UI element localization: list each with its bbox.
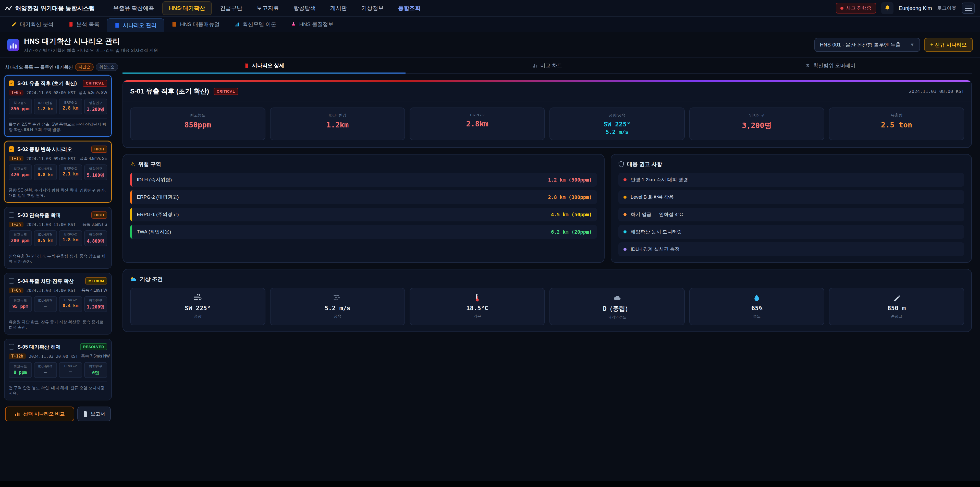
- app-logo[interactable]: 해양환경 위기대응 통합시스템: [5, 4, 95, 12]
- hamburger-icon: [965, 6, 972, 6]
- tab-hns-substance-info[interactable]: HNS 물질정보: [283, 17, 341, 32]
- detail-two-column-row: ⚠ 위험 구역 IDLH (즉시위험) 1.2 km (500ppm) ERPG…: [123, 154, 972, 263]
- nav-item-aerial-search[interactable]: 항공탐색: [287, 2, 322, 14]
- recommendations-title: 대응 권고 사항: [627, 161, 662, 168]
- notification-button[interactable]: [881, 2, 894, 14]
- red-book-icon: [68, 21, 73, 27]
- sort-by-risk-pill[interactable]: 위험도순: [96, 63, 118, 71]
- severity-badge: MEDIUM: [85, 277, 107, 284]
- sort-by-time-pill[interactable]: 시간순: [75, 63, 94, 71]
- page-chart-icon: [7, 39, 19, 51]
- nav-item-oil-spill[interactable]: 유출유 확산예측: [107, 2, 160, 14]
- new-scenario-button[interactable]: + 신규 시나리오: [924, 38, 973, 52]
- scenario-title: S-05 대기확산 해제: [18, 343, 77, 350]
- nav-item-weather[interactable]: 기상정보: [355, 2, 390, 14]
- triangle-ruler-icon: [234, 21, 240, 27]
- risk-zone-row-erpg2: ERPG-2 (대피권고) 2.8 km (300ppm): [130, 190, 597, 204]
- scenario-title: S-01 유출 직후 (초기 확산): [18, 80, 80, 87]
- detail-stats-grid: 최고농도 850ppm IDLH 반경 1.2km ERPG-2 2.8km 풍…: [123, 101, 971, 147]
- tab-scenario-management[interactable]: 시나리오 관리: [107, 18, 164, 32]
- bullet-dot: [624, 178, 627, 181]
- bullet-dot: [624, 196, 627, 199]
- scenario-card-s04[interactable]: S-04 유출 차단·잔류 확산 MEDIUM T+6h 2024.11.03 …: [4, 273, 112, 335]
- tab-analysis-list[interactable]: 분석 목록: [61, 17, 107, 32]
- incident-select-dropdown[interactable]: HNS-001 · 울산 온산항 톨루엔 누출 ▼: [815, 38, 920, 52]
- pencil-icon: [11, 21, 17, 27]
- stat-max-concentration: 최고농도8 ppm: [9, 362, 32, 378]
- incident-in-progress-badge: 사고 진행중: [836, 3, 876, 14]
- scenario-checkbox[interactable]: ✓: [9, 146, 14, 152]
- risk-zone-row-erpg1: ERPG-1 (주의경고) 4.5 km (50ppm): [130, 208, 597, 221]
- stat-max-concentration: 최고농도95 ppm: [9, 296, 32, 312]
- weather-mixing-height: 850 m 혼합고: [829, 288, 964, 325]
- weather-stability: D（중립） 대기안정도: [549, 288, 685, 325]
- scenario-checkbox[interactable]: [9, 212, 14, 218]
- tab-diffusion-model-theory[interactable]: 확산모델 이론: [227, 17, 283, 32]
- scenario-description: 풍향 SE 전환. 주거지역 방향 확산 확대. 영향인구 증가. 대피 범위 …: [9, 184, 107, 198]
- report-button[interactable]: 보고서: [77, 407, 111, 422]
- scenario-sidebar: 시나리오 목록 — 톨루엔 대기확산 시간순 위험도순 ✓ S-01 유출 직후…: [0, 58, 116, 398]
- time-offset-chip: T+0h: [9, 90, 24, 96]
- tab-hns-response-manual[interactable]: HNS 대응매뉴얼: [164, 17, 227, 32]
- recommendation-item: IDLH 경계 실시간 측정: [618, 242, 964, 256]
- sidebar-header: 시나리오 목록 — 톨루엔 대기확산 시간순 위험도순: [5, 63, 111, 71]
- nav-item-rescue[interactable]: 긴급구난: [214, 2, 248, 14]
- nav-item-hns-diffusion[interactable]: HNS·대기확산: [162, 1, 212, 15]
- detail-title: S-01 유출 직후 (초기 확산): [130, 87, 209, 96]
- nav-item-integrated-search[interactable]: 통합조회: [392, 2, 427, 14]
- stat-erpg2: ERPG-22.1 km: [59, 164, 82, 180]
- weather-temperature: 18.5°C 기온: [410, 288, 545, 325]
- scenario-card-s01[interactable]: ✓ S-01 유출 직후 (초기 확산) CRITICAL T+0h 2024.…: [4, 75, 112, 137]
- content-tab-scenario-detail[interactable]: 시나리오 상세: [123, 58, 406, 73]
- humidity-droplet-icon: [693, 294, 821, 302]
- stat-idlh-radius: IDLH반경0.5 km: [34, 230, 57, 246]
- wave-logo-icon: [5, 5, 12, 12]
- tab-label: 시나리오 관리: [123, 22, 157, 29]
- thermometer-icon: [413, 294, 541, 302]
- bullet-dot: [624, 248, 627, 251]
- detail-stat-affected-population: 영향인구 3,200명: [689, 107, 824, 140]
- content-tab-compare-chart[interactable]: 비교 차트: [406, 58, 689, 73]
- stat-affected-population: 영향인구1,200명: [84, 296, 107, 312]
- wind-direction-icon: [134, 294, 262, 302]
- nav-item-reports[interactable]: 보고자료: [251, 2, 285, 14]
- scenario-wind: 풍속 7.5m/s NW: [81, 354, 110, 359]
- nav-item-board[interactable]: 게시판: [324, 2, 353, 14]
- scenario-card-s05[interactable]: S-05 대기확산 해제 RESOLVED T+12h 2024.11.03 2…: [4, 339, 112, 401]
- stat-affected-population: 영향인구4,800명: [84, 230, 107, 246]
- weather-conditions-panel: 기상 조건 SW 225° 풍향 5.2 m/s 풍속: [123, 269, 972, 332]
- scenario-datetime: 2024.11.03 08:00 KST: [27, 90, 76, 95]
- scenario-checkbox[interactable]: [9, 278, 14, 284]
- tab-diffusion-analysis[interactable]: 대기확산 분석: [4, 17, 61, 32]
- stat-max-concentration: 최고농도280 ppm: [9, 230, 32, 246]
- document-icon: [83, 411, 88, 417]
- warning-icon: ⚠: [130, 161, 135, 168]
- content-tab-diffusion-overlay[interactable]: 확산범위 오버레이: [689, 58, 972, 73]
- time-offset-chip: T+12h: [9, 353, 26, 359]
- scenario-description: 전 구역 안전 농도 확인. 대피 해제. 잔류 오염 모니터링 지속.: [9, 382, 107, 396]
- scenario-card-s02[interactable]: ✓ S-02 풍향 변화 시나리오 HIGH T+1h 2024.11.03 0…: [4, 141, 112, 203]
- topnav-right-cluster: 사고 진행중 Eunjeong Kim 로그아웃: [836, 2, 975, 14]
- hamburger-menu-button[interactable]: [962, 3, 975, 14]
- app-root: 해양환경 위기대응 통합시스템 유출유 확산예측 HNS·대기확산 긴급구난 보…: [0, 0, 980, 487]
- main-menu: 유출유 확산예측 HNS·대기확산 긴급구난 보고자료 항공탐색 게시판 기상정…: [106, 0, 428, 16]
- risk-zone-row-idlh: IDLH (즉시위험) 1.2 km (500ppm): [130, 173, 597, 187]
- active-tab-underline: [123, 72, 406, 73]
- incident-badge-label: 사고 진행중: [846, 5, 872, 11]
- tab-label: 분석 목록: [76, 21, 100, 28]
- app-title: 해양환경 위기대응 통합시스템: [15, 4, 95, 12]
- scenario-description: 톨루엔 2.5톤 순간 유출. SW 풍향으로 온산 산업단지 방향 확산. I…: [9, 118, 107, 132]
- time-offset-chip: T+1h: [9, 156, 24, 161]
- scenario-card-s03[interactable]: S-03 연속유출 확대 HIGH T+3h 2024.11.03 11:00 …: [4, 207, 112, 269]
- bullet-dot: [624, 230, 627, 233]
- main-content-row: 시나리오 목록 — 톨루엔 대기확산 시간순 위험도순 ✓ S-01 유출 직후…: [0, 58, 980, 398]
- user-name: Eunjeong Kim: [899, 5, 932, 11]
- scenario-checkbox[interactable]: ✓: [9, 80, 14, 86]
- blue-book-icon: [115, 22, 120, 28]
- detail-header: S-01 유출 직후 (초기 확산) CRITICAL 2024.11.03 0…: [123, 82, 971, 101]
- stat-idlh-radius: IDLH반경—: [34, 362, 57, 378]
- top-navigation-bar: 해양환경 위기대응 통합시스템 유출유 확산예측 HNS·대기확산 긴급구난 보…: [0, 0, 980, 17]
- compare-scenarios-button[interactable]: 선택 시나리오 비교: [5, 407, 74, 422]
- logout-button[interactable]: 로그아웃: [937, 5, 956, 11]
- scenario-checkbox[interactable]: [9, 344, 14, 350]
